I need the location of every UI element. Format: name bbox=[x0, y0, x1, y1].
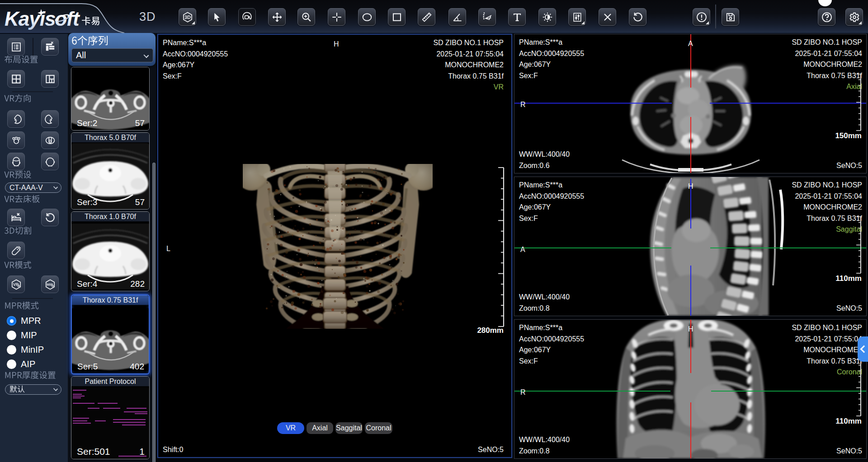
svg-text:Kayisoft: Kayisoft bbox=[5, 8, 80, 30]
